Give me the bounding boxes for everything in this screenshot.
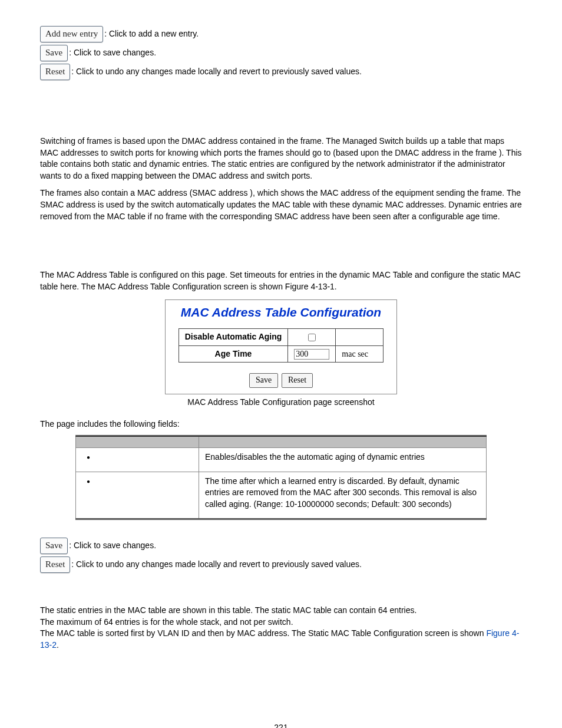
mac-config-figure: MAC Address Table Configuration Disable …	[165, 299, 397, 394]
disable-aging-checkbox[interactable]	[308, 334, 316, 341]
bullet-icon: ●	[87, 478, 90, 485]
field-desc: Enables/disables the the automatic aging…	[199, 447, 487, 472]
static-para-1: The static entries in the MAC table are …	[40, 605, 522, 617]
age-time-label: Age Time	[178, 345, 288, 363]
static-para-3: The MAC table is sorted first by VLAN ID…	[40, 628, 522, 651]
fields-intro: The page includes the following fields:	[40, 419, 522, 430]
reset-desc: : Click to undo any changes made locally…	[71, 67, 362, 76]
table-row: ● Enables/disables the the automatic agi…	[76, 447, 487, 472]
reset-button[interactable]: Reset	[40, 64, 70, 80]
figure-save-button[interactable]: Save	[249, 373, 278, 388]
add-new-entry-button[interactable]: Add new entry	[40, 26, 103, 42]
save-desc: : Click to save changes.	[69, 48, 156, 57]
paragraph-dmac: Switching of frames is based upon the DM…	[40, 136, 522, 182]
paragraph-config-intro: The MAC Address Table is configured on t…	[40, 269, 522, 292]
config-table: Disable Automatic Aging Age Time mac sec	[178, 328, 384, 363]
field-desc: The time after which a learned entry is …	[199, 472, 487, 519]
save-desc-2: : Click to save changes.	[69, 541, 156, 550]
save-button[interactable]: Save	[40, 538, 68, 554]
figure-reset-button[interactable]: Reset	[282, 373, 313, 388]
reset-button[interactable]: Reset	[40, 556, 70, 573]
reset-desc-2: : Click to undo any changes made locally…	[71, 559, 362, 569]
table-row: ● The time after which a learned entry i…	[76, 472, 487, 519]
add-desc: : Click to add a new entry.	[104, 29, 199, 38]
paragraph-smac: The frames also contain a MAC address (S…	[40, 187, 522, 222]
save-button[interactable]: Save	[40, 45, 68, 61]
static-para-2: The maximum of 64 entries is for the who…	[40, 617, 522, 628]
fields-table: ● Enables/disables the the automatic agi…	[75, 435, 487, 520]
bullet-icon: ●	[87, 454, 90, 460]
figure-caption: MAC Address Table Configuration page scr…	[40, 397, 522, 409]
page-number: 221	[40, 722, 522, 728]
figure-title: MAC Address Table Configuration	[166, 300, 396, 324]
age-time-unit: mac sec	[342, 350, 368, 358]
age-time-input[interactable]	[294, 349, 329, 360]
disable-aging-label: Disable Automatic Aging	[178, 328, 288, 345]
